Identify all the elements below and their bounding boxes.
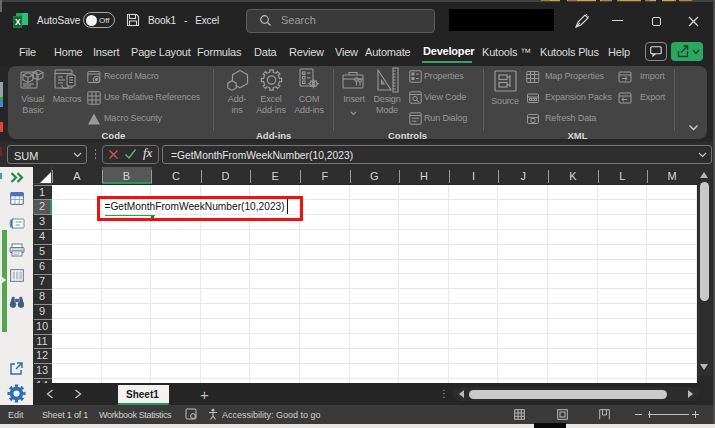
svg-text:X: X [15, 17, 21, 27]
